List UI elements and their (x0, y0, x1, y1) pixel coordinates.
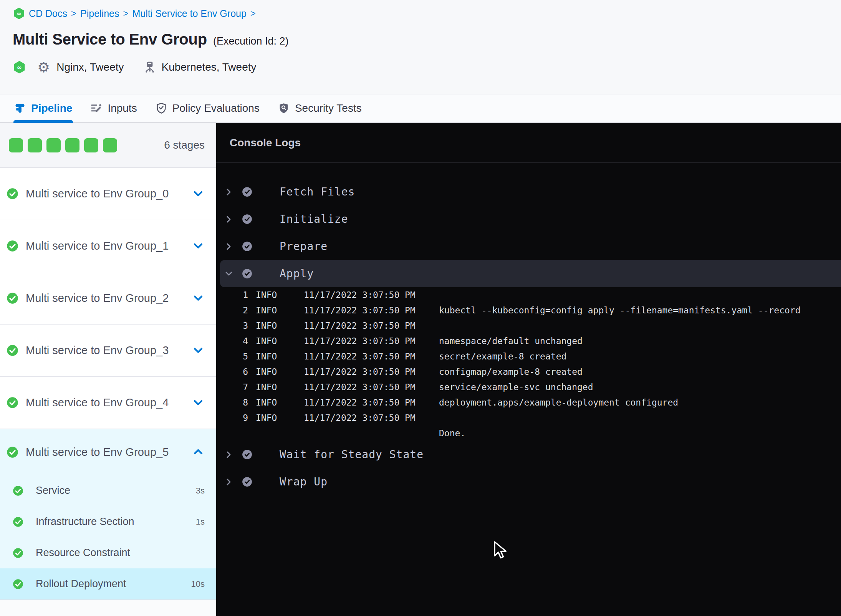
log-message: service/example-svc unchanged (439, 382, 841, 392)
log-line: 3 INFO 11/17/2022 3:07:50 PM (216, 318, 841, 333)
log-line-number: 4 (238, 336, 248, 346)
stage-row[interactable]: Multi service to Env Group_0 (0, 168, 216, 220)
chevron-down-icon[interactable] (193, 397, 204, 408)
stage-success-icon (7, 188, 18, 200)
tab[interactable]: Security Tests (277, 94, 363, 122)
services-summary: ⚙ Nginx, Tweety Kubernetes, Tweety (14, 58, 841, 76)
stage-group: Multi service to Env Group_1 (0, 220, 216, 272)
console-step-row[interactable]: Wrap Up (216, 468, 841, 495)
log-line-number: 8 (238, 397, 248, 407)
log-timestamp: 11/17/2022 3:07:50 PM (304, 290, 439, 300)
tab[interactable]: Inputs (90, 94, 137, 122)
chevron-right-icon[interactable] (225, 450, 233, 459)
stage-row[interactable]: Multi service to Env Group_1 (0, 220, 216, 272)
breadcrumb-links: CD Docs > Pipelines > Multi Service to E… (29, 8, 260, 19)
console-step-name: Fetch Files (280, 185, 355, 198)
inputs-icon (91, 103, 102, 114)
log-level: INFO (256, 367, 304, 377)
chevron-down-icon[interactable] (193, 293, 204, 304)
breadcrumb-link[interactable]: CD Docs (29, 8, 67, 19)
chevron-right-icon[interactable] (225, 478, 233, 486)
stage-progress-square (9, 138, 23, 152)
log-line: 9 INFO 11/17/2022 3:07:50 PM (216, 410, 841, 426)
log-line-number: 2 (238, 305, 248, 315)
console-title: Console Logs (230, 137, 301, 149)
log-line-number: 9 (238, 413, 248, 423)
log-line-number: 5 (238, 351, 248, 361)
log-timestamp: 11/17/2022 3:07:50 PM (304, 397, 439, 407)
stage-row[interactable]: Multi service to Env Group_5 (0, 429, 216, 475)
step-status-icon (242, 187, 252, 197)
stage-success-icon (7, 397, 18, 409)
breadcrumb-separator: > (123, 8, 128, 19)
chevron-right-icon[interactable] (225, 242, 233, 251)
log-level: INFO (256, 351, 304, 361)
chevron-right-icon[interactable] (225, 215, 233, 224)
console-step-row[interactable]: Fetch Files (216, 178, 841, 205)
console-step-name: Wait for Steady State (280, 448, 424, 461)
chevron-down-icon[interactable] (193, 189, 204, 199)
log-message: secret/example-8 created (439, 351, 841, 361)
chevron-down-icon[interactable] (193, 345, 204, 356)
console-logs-panel: Console Logs Fetch File (216, 123, 841, 616)
step-name: Resource Constraint (36, 547, 130, 559)
console-step-list: Fetch Files (216, 163, 841, 495)
stage-name: Multi service to Env Group_4 (26, 396, 169, 409)
step-duration: 1s (196, 517, 205, 527)
breadcrumb-link[interactable]: Pipelines (80, 8, 119, 19)
step-row[interactable]: Resource Constraint (0, 537, 216, 568)
pipeline-execution-page: CD Docs > Pipelines > Multi Service to E… (0, 0, 841, 616)
page-header: CD Docs > Pipelines > Multi Service to E… (0, 0, 841, 94)
step-row[interactable]: Rollout Deployment 10s (0, 568, 216, 599)
log-message: namespace/default unchanged (439, 336, 841, 346)
log-line-number: 1 (238, 290, 248, 300)
pipeline-icon (14, 103, 26, 114)
console-step-row[interactable]: Apply (220, 260, 841, 287)
step-name: Service (36, 485, 70, 497)
breadcrumb-link[interactable]: Multi Service to Env Group (132, 8, 247, 19)
console-step-row[interactable]: Wait for Steady State (216, 441, 841, 468)
log-message: deployment.apps/example-deployment confi… (439, 397, 841, 407)
tab[interactable]: Policy Evaluations (155, 94, 260, 122)
chevron-right-icon[interactable] (225, 188, 233, 196)
stage-name: Multi service to Env Group_5 (26, 446, 169, 459)
console-step-name: Wrap Up (280, 475, 328, 488)
page-title: Multi Service to Env Group (13, 31, 207, 48)
stage-progress-squares (9, 138, 122, 152)
console-header: Console Logs (216, 123, 841, 163)
stage-row[interactable]: Multi service to Env Group_2 (0, 272, 216, 324)
chevron-up-icon[interactable] (193, 447, 204, 457)
console-step-row[interactable]: Initialize (216, 205, 841, 233)
stage-progress-square (28, 138, 42, 152)
step-status-icon (242, 214, 252, 224)
stage-progress-square (65, 138, 79, 152)
stage-group: Multi service to Env Group_4 (0, 377, 216, 429)
breadcrumb-separator: > (250, 8, 256, 19)
stage-row[interactable]: Multi service to Env Group_3 (0, 325, 216, 376)
step-row[interactable]: Service 3s (0, 475, 216, 506)
step-status-icon (242, 268, 252, 279)
harness-cd-icon (14, 61, 25, 73)
tab[interactable]: Pipeline (13, 94, 73, 122)
log-timestamp: 11/17/2022 3:07:50 PM (304, 336, 439, 346)
console-step-row[interactable]: Prepare (216, 233, 841, 260)
tab-bar: Pipeline (0, 94, 841, 123)
harness-logo-icon (14, 8, 24, 19)
stage-step-list: Service 3s Infrastructure Section 1s (0, 475, 216, 599)
stage-row[interactable]: Multi service to Env Group_4 (0, 377, 216, 429)
step-row[interactable]: Infrastructure Section 1s (0, 506, 216, 537)
tab-label: Inputs (108, 102, 137, 114)
log-timestamp: 11/17/2022 3:07:50 PM (304, 367, 439, 377)
chevron-down-icon[interactable] (225, 270, 233, 278)
security-tests-icon (278, 103, 290, 114)
stage-group: Multi service to Env Group_2 (0, 272, 216, 325)
sidebar-filler (0, 600, 216, 616)
log-message: configmap/example-8 created (439, 367, 841, 377)
step-success-icon (13, 548, 23, 558)
step-success-icon (13, 579, 23, 590)
chevron-down-icon[interactable] (193, 241, 204, 252)
stage-group: Multi service to Env Group_3 (0, 325, 216, 377)
log-line: 5 INFO 11/17/2022 3:07:50 PM secret/exam… (216, 349, 841, 364)
log-timestamp: 11/17/2022 3:07:50 PM (304, 382, 439, 392)
log-level: INFO (256, 382, 304, 392)
